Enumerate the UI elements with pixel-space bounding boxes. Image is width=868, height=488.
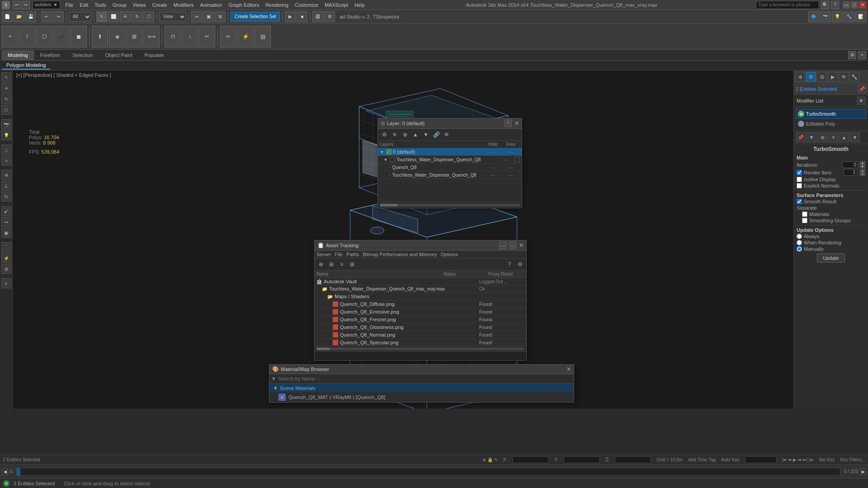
rotate-btn[interactable]: ↻	[132, 11, 142, 22]
edge-btn[interactable]: /	[19, 26, 35, 47]
quickslice-btn[interactable]: ⚡	[237, 26, 254, 47]
open-btn[interactable]: 📂	[14, 11, 24, 22]
inset-btn[interactable]: ⊞	[126, 26, 142, 47]
sidebar-curve-btn[interactable]: ⌒	[1, 242, 11, 252]
poly-btn[interactable]: ⬛	[53, 26, 70, 47]
detach-btn[interactable]: ✂	[199, 26, 215, 47]
right-icon-5[interactable]: 📝	[855, 11, 866, 22]
maximize-btn[interactable]: □	[851, 1, 858, 9]
play-btn[interactable]: ▶	[285, 11, 296, 22]
menu-create[interactable]: Create	[150, 1, 170, 9]
explicit-normals-checkbox[interactable]	[797, 183, 802, 188]
render-iters-input[interactable]	[844, 169, 857, 176]
undo-btn[interactable]: ↩	[13, 1, 21, 9]
menu-modifiers[interactable]: Modifiers	[171, 1, 197, 9]
tab-freeform[interactable]: Freeform	[34, 51, 66, 60]
smooth-result-checkbox[interactable]	[797, 199, 802, 204]
mod-move-down-btn[interactable]: ▼	[850, 132, 860, 142]
element-btn[interactable]: ◼	[71, 26, 87, 47]
when-rendering-radio[interactable]	[797, 240, 802, 245]
search-btn[interactable]: 🔍	[821, 1, 829, 9]
layer-row-1[interactable]: ▼ Touchless_Water_Dispenser_Quench_Q8 —	[378, 156, 522, 164]
subtab-polygon-modeling[interactable]: Polygon Modeling	[2, 61, 50, 70]
sidebar-spline-btn[interactable]: ∿	[1, 155, 11, 165]
render-frame-btn[interactable]: 🖼	[312, 11, 323, 22]
timeline-right-btn[interactable]: ▶	[860, 469, 866, 475]
extrude-btn[interactable]: ⬆	[92, 26, 108, 47]
minimize-btn[interactable]: —	[843, 1, 850, 9]
render-iters-up[interactable]: ▲	[860, 169, 865, 172]
sidebar-percent-btn[interactable]: %	[1, 192, 11, 202]
asset-menu-server[interactable]: Server	[316, 252, 331, 257]
isoline-checkbox[interactable]	[797, 177, 802, 182]
stop-btn[interactable]: ■	[297, 11, 307, 22]
layer-settings-btn[interactable]: ⚙	[380, 130, 389, 139]
layer-checkbox-1[interactable]	[390, 157, 395, 162]
x-input[interactable]	[513, 456, 549, 463]
save-btn[interactable]: 💾	[25, 11, 36, 22]
mod-delete-btn[interactable]: ✕	[828, 132, 838, 142]
iterations-down[interactable]: ▼	[860, 165, 865, 168]
mod-move-up-btn[interactable]: ▲	[839, 132, 849, 142]
timeline-track[interactable]	[16, 468, 841, 476]
menu-group[interactable]: Group	[110, 1, 129, 9]
layer-delete-btn[interactable]: ✕	[390, 130, 399, 139]
layer-row-3[interactable]: • Touchless_Water_Dispenser_Quench_Q8 — …	[378, 171, 522, 179]
sidebar-scale-btn[interactable]: ⬡	[1, 105, 11, 115]
sidebar-shapes-btn[interactable]: △	[1, 145, 11, 155]
always-radio[interactable]	[797, 234, 802, 239]
timeline-left-btn[interactable]: ◀	[2, 469, 8, 475]
vertex-btn[interactable]: •	[2, 26, 18, 47]
asset-settings-btn[interactable]: ⚙	[515, 260, 524, 269]
asset-row-emissive[interactable]: Quench_Q8_Emissive.png Found	[315, 308, 526, 316]
move-btn[interactable]: ✛	[120, 11, 131, 22]
cut-btn[interactable]: ✂	[220, 26, 236, 47]
sidebar-camera-btn[interactable]: 📷	[1, 119, 11, 129]
sidebar-light-btn[interactable]: 💡	[1, 130, 11, 140]
sidebar-align-btn[interactable]: ▣	[1, 228, 11, 238]
menu-rendering[interactable]: Rendering	[263, 1, 291, 9]
mat-search-input[interactable]	[278, 376, 572, 381]
asset-row-normal[interactable]: Quench_Q8_Normal.png Found	[315, 331, 526, 339]
align-btn[interactable]: ▣	[203, 11, 214, 22]
create-selection-btn[interactable]: Create Selection Sel	[231, 12, 280, 22]
menu-graph-editors[interactable]: Graph Editors	[226, 1, 262, 9]
sidebar-rotate-btn[interactable]: ↻	[1, 94, 11, 104]
layer-row-default[interactable]: ▼ ✓ 0 (default) — —	[378, 148, 522, 156]
modifier-turbosmooth[interactable]: ⊕ TurboSmooth	[796, 109, 866, 119]
menu-tools[interactable]: Tools	[92, 1, 109, 9]
tab-object-paint[interactable]: Object Paint	[99, 51, 138, 60]
asset-row-glossiness[interactable]: Quench_Q8_Glossiness.png Found	[315, 324, 526, 331]
motion-icon[interactable]: ▶	[828, 72, 838, 82]
sidebar-move-btn[interactable]: ✛	[1, 83, 11, 93]
menu-edit[interactable]: Edit	[77, 1, 91, 9]
right-icon-2[interactable]: 📷	[820, 11, 831, 22]
layer-link-btn[interactable]: 🔗	[432, 130, 441, 139]
mat-panel-close[interactable]: ✕	[566, 366, 571, 372]
auto-key-input[interactable]: Selected	[745, 456, 777, 463]
render-iters-down[interactable]: ▼	[860, 173, 865, 176]
asset-row-file[interactable]: 📁 Touchless_Water_Dispenser_Quench_Q8_ma…	[315, 286, 526, 293]
bevel-btn[interactable]: ◈	[109, 26, 125, 47]
asset-menu-options[interactable]: Options	[441, 252, 458, 257]
menu-maxscript[interactable]: MAXScript	[322, 1, 351, 9]
asset-view-btn[interactable]: ⊞	[327, 260, 336, 269]
redo-toolbar-btn[interactable]: ↪	[53, 11, 64, 22]
mod-add-btn[interactable]: ⊕	[817, 132, 827, 142]
manually-radio[interactable]	[797, 246, 802, 252]
material-row-quench[interactable]: V Quench_Q8_MAT ( VRayMtl ) [Quench_Q8]	[269, 392, 574, 402]
render-setup-btn[interactable]: ⚙	[324, 11, 335, 22]
sliceplane-btn[interactable]: ▤	[255, 26, 271, 47]
mirror-btn[interactable]: ⇔	[191, 11, 202, 22]
display-icon[interactable]: 👁	[839, 72, 849, 82]
timeline-playhead[interactable]	[17, 468, 20, 475]
menu-customize[interactable]: Customize	[292, 1, 321, 9]
help-btn[interactable]: ?	[831, 1, 839, 9]
asset-menu-bitmap[interactable]: Bitmap Performance and Memory	[363, 252, 437, 257]
sidebar-mirror-btn[interactable]: ⇔	[1, 217, 11, 227]
right-icon-3[interactable]: 💡	[832, 11, 843, 22]
tab-populate[interactable]: Populate	[138, 51, 170, 60]
close-btn[interactable]: ✕	[859, 1, 866, 9]
pin-btn[interactable]: 📌	[858, 85, 866, 93]
asset-scrollbar-h[interactable]	[315, 346, 526, 351]
